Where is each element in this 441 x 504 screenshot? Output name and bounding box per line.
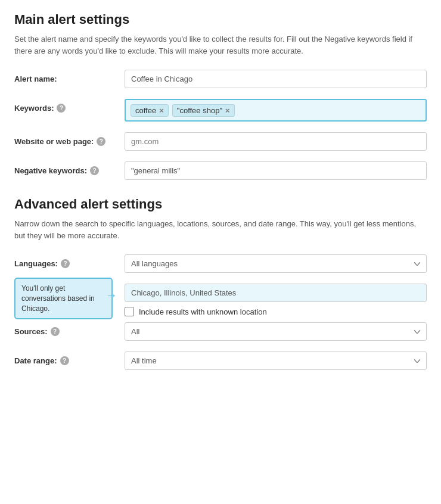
keywords-field-container: coffee × "coffee shop" × xyxy=(125,99,427,122)
website-row: Website or web page: ? xyxy=(14,132,427,151)
website-label: Website or web page: ? xyxy=(14,132,125,146)
sources-select[interactable]: All News Blogs Forums Social Media xyxy=(125,322,427,341)
sources-help-icon[interactable]: ? xyxy=(51,327,60,336)
unknown-location-checkbox[interactable] xyxy=(125,307,134,316)
alert-name-field xyxy=(125,70,427,88)
advanced-section-title: Advanced alert settings xyxy=(14,197,427,212)
languages-field: All languages English Spanish French Ger… xyxy=(125,254,427,273)
locations-arrow-icon: → xyxy=(105,288,117,302)
date-range-help-icon[interactable]: ? xyxy=(60,356,69,365)
unknown-location-row: Include results with unknown location xyxy=(125,307,427,316)
date-range-row: Date range: ? All time Last 24 hours Las… xyxy=(14,351,427,370)
languages-row: Languages: ? All languages English Spani… xyxy=(14,254,427,273)
sources-field: All News Blogs Forums Social Media xyxy=(125,322,427,341)
sources-row: Sources: ? All News Blogs Forums Social … xyxy=(14,322,427,341)
advanced-section-description: Narrow down the search to specific langu… xyxy=(14,218,427,241)
website-help-icon[interactable]: ? xyxy=(97,137,105,146)
alert-name-row: Alert name: xyxy=(14,70,427,88)
keywords-label: Keywords: ? xyxy=(14,99,125,113)
unknown-location-label: Include results with unknown location xyxy=(139,307,267,316)
keyword-tag-coffeeshop-text: "coffee shop" xyxy=(177,106,222,115)
website-input[interactable] xyxy=(125,132,427,151)
date-range-label: Date range: ? xyxy=(14,351,125,365)
keywords-row: Keywords: ? coffee × "coffee shop" × xyxy=(14,99,427,122)
alert-name-label: Alert name: xyxy=(14,70,125,83)
section-divider: Advanced alert settings Narrow down the … xyxy=(14,197,427,241)
date-range-select[interactable]: All time Last 24 hours Last week Last mo… xyxy=(125,351,427,370)
main-section-description: Set the alert name and specify the keywo… xyxy=(14,33,427,57)
keyword-tag-coffee-text: coffee xyxy=(135,106,156,115)
website-field xyxy=(125,132,427,151)
keyword-tag-coffee: coffee × xyxy=(131,104,169,117)
sources-label: Sources: ? xyxy=(14,322,125,336)
keyword-tag-coffee-remove[interactable]: × xyxy=(159,107,164,114)
locations-tooltip-text: You'll only get conversations based in C… xyxy=(21,284,95,313)
negative-keywords-field xyxy=(125,161,427,180)
keywords-input-area[interactable]: coffee × "coffee shop" × xyxy=(125,99,427,122)
negative-keywords-help-icon[interactable]: ? xyxy=(90,166,99,175)
languages-help-icon[interactable]: ? xyxy=(61,259,70,268)
keyword-tag-coffeeshop-remove[interactable]: × xyxy=(225,107,230,114)
keywords-help-icon[interactable]: ? xyxy=(57,104,66,113)
locations-row: Locations: ? You'll only get conversatio… xyxy=(14,284,427,316)
locations-wrapper: You'll only get conversations based in C… xyxy=(125,284,427,316)
negative-keywords-row: Negative keywords: ? xyxy=(14,161,427,180)
negative-keywords-input[interactable] xyxy=(125,161,427,180)
locations-input[interactable] xyxy=(125,284,427,302)
keyword-tag-coffeeshop: "coffee shop" × xyxy=(172,104,235,117)
main-section-title: Main alert settings xyxy=(14,12,427,27)
languages-select[interactable]: All languages English Spanish French Ger… xyxy=(125,254,427,273)
negative-keywords-label: Negative keywords: ? xyxy=(14,161,125,175)
languages-label: Languages: ? xyxy=(14,254,125,268)
alert-name-input[interactable] xyxy=(125,70,427,88)
locations-tooltip: You'll only get conversations based in C… xyxy=(14,278,113,319)
date-range-field: All time Last 24 hours Last week Last mo… xyxy=(125,351,427,370)
